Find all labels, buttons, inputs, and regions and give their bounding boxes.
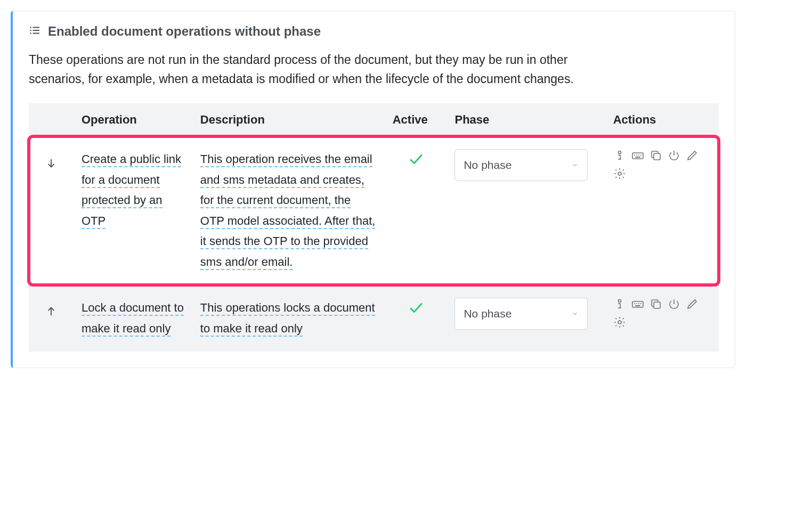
gear-icon[interactable] bbox=[613, 316, 626, 329]
edit-icon[interactable] bbox=[686, 298, 699, 311]
info-icon[interactable] bbox=[613, 298, 626, 311]
svg-point-2 bbox=[30, 30, 31, 31]
active-checkmark-icon bbox=[408, 305, 424, 319]
keyboard-icon[interactable] bbox=[631, 298, 644, 311]
header-actions: Actions bbox=[606, 103, 719, 136]
copy-icon[interactable] bbox=[649, 149, 662, 162]
operation-text[interactable]: Create a public link for a document prot… bbox=[82, 152, 181, 229]
phase-select[interactable]: No phase bbox=[454, 298, 588, 330]
edit-icon[interactable] bbox=[686, 149, 699, 162]
power-icon[interactable] bbox=[668, 149, 680, 162]
move-up-icon[interactable] bbox=[45, 307, 57, 320]
header-operation: Operation bbox=[74, 103, 193, 136]
actions-cell bbox=[606, 136, 719, 285]
svg-point-4 bbox=[30, 33, 31, 34]
chevron-down-icon bbox=[571, 310, 579, 317]
phase-select-value: No phase bbox=[464, 305, 511, 323]
description-text[interactable]: This operations locks a document to make… bbox=[200, 301, 375, 337]
svg-rect-8 bbox=[632, 153, 643, 159]
active-cell bbox=[385, 136, 448, 285]
svg-point-25 bbox=[618, 321, 621, 324]
actions-cell bbox=[606, 285, 719, 352]
svg-point-15 bbox=[618, 172, 621, 175]
operation-cell: Create a public link for a document prot… bbox=[74, 136, 193, 285]
table-row: Create a public link for a document prot… bbox=[29, 136, 719, 285]
panel-description: These operations are not run in the stan… bbox=[29, 51, 604, 88]
header-active: Active bbox=[385, 103, 448, 136]
move-down-icon[interactable] bbox=[45, 158, 57, 172]
panel-enabled-operations: Enabled document operations without phas… bbox=[11, 11, 735, 368]
svg-rect-18 bbox=[632, 301, 643, 307]
svg-point-0 bbox=[30, 27, 31, 28]
panel-header: Enabled document operations without phas… bbox=[29, 24, 719, 39]
svg-rect-24 bbox=[654, 302, 660, 308]
table-row: Lock a document to make it read only Thi… bbox=[29, 285, 719, 352]
active-cell bbox=[385, 285, 448, 352]
chevron-down-icon bbox=[571, 161, 579, 169]
phase-cell: No phase bbox=[447, 285, 605, 352]
reorder-cell bbox=[29, 136, 74, 285]
table-header-row: Operation Description Active Phase Actio… bbox=[29, 103, 719, 136]
phase-cell: No phase bbox=[447, 136, 605, 285]
svg-point-17 bbox=[618, 300, 621, 303]
operation-text[interactable]: Lock a document to make it read only bbox=[82, 301, 184, 337]
header-description: Description bbox=[193, 103, 385, 136]
info-icon[interactable] bbox=[613, 149, 626, 162]
description-cell: This operation receives the email and sm… bbox=[193, 136, 385, 285]
svg-point-7 bbox=[618, 151, 621, 154]
power-icon[interactable] bbox=[668, 298, 680, 311]
operation-cell: Lock a document to make it read only bbox=[74, 285, 193, 352]
gear-icon[interactable] bbox=[613, 167, 626, 180]
svg-rect-14 bbox=[654, 153, 660, 160]
reorder-cell bbox=[29, 285, 74, 352]
phase-select[interactable]: No phase bbox=[454, 149, 588, 181]
active-checkmark-icon bbox=[408, 157, 424, 170]
keyboard-icon[interactable] bbox=[631, 149, 644, 162]
list-icon bbox=[29, 25, 40, 38]
description-cell: This operations locks a document to make… bbox=[193, 285, 385, 352]
operations-table: Operation Description Active Phase Actio… bbox=[29, 103, 719, 352]
copy-icon[interactable] bbox=[649, 298, 662, 311]
header-reorder bbox=[29, 103, 74, 136]
description-text[interactable]: This operation receives the email and sm… bbox=[200, 152, 376, 270]
header-phase: Phase bbox=[447, 103, 605, 136]
panel-title: Enabled document operations without phas… bbox=[48, 24, 321, 39]
phase-select-value: No phase bbox=[464, 156, 511, 174]
